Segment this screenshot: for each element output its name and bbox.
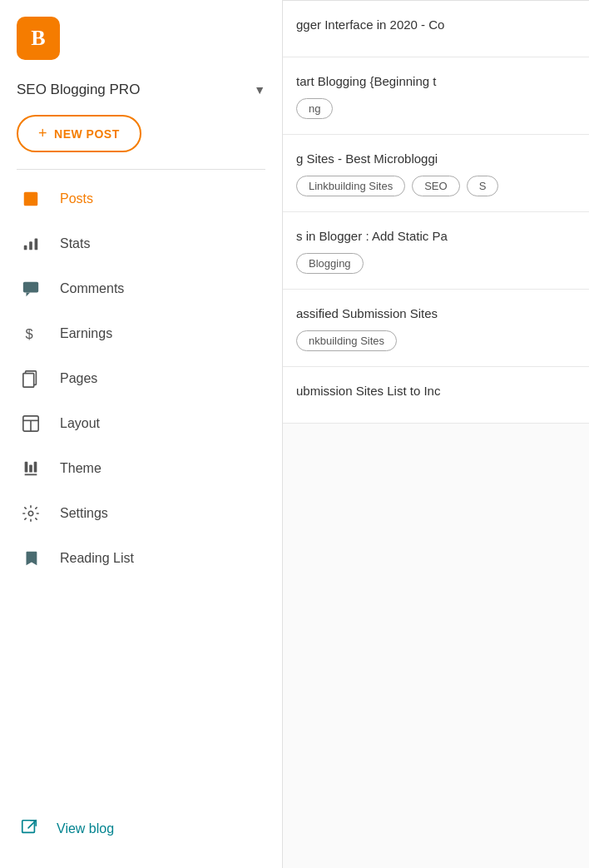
post-item[interactable]: ubmission Sites List to Inc bbox=[283, 367, 589, 424]
post-item[interactable]: s in Blogger : Add Static Pa Blogging bbox=[283, 212, 589, 290]
svg-rect-16 bbox=[29, 464, 32, 472]
sidebar-item-stats[interactable]: Stats bbox=[0, 221, 282, 266]
blog-name: SEO Blogging PRO bbox=[17, 82, 245, 98]
sidebar-item-theme[interactable]: Theme bbox=[0, 446, 282, 491]
layout-label: Layout bbox=[60, 416, 100, 431]
post-title: s in Blogger : Add Static Pa bbox=[296, 227, 576, 245]
sidebar-item-reading-list[interactable]: Reading List bbox=[0, 536, 282, 581]
theme-label: Theme bbox=[60, 461, 101, 476]
svg-rect-20 bbox=[22, 821, 35, 833]
pages-label: Pages bbox=[60, 371, 97, 386]
posts-icon bbox=[20, 188, 42, 210]
svg-rect-1 bbox=[27, 196, 34, 197]
svg-point-19 bbox=[28, 511, 33, 516]
reading-list-icon bbox=[20, 548, 42, 569]
layout-icon bbox=[20, 413, 42, 434]
sidebar-item-comments[interactable]: Comments bbox=[0, 266, 282, 311]
earnings-icon: $ bbox=[20, 323, 42, 345]
tag[interactable]: SEO bbox=[412, 176, 459, 196]
blogger-logo: B bbox=[17, 17, 60, 60]
svg-text:$: $ bbox=[26, 326, 33, 341]
svg-rect-6 bbox=[35, 239, 38, 250]
svg-rect-7 bbox=[23, 282, 38, 293]
stats-icon bbox=[20, 233, 42, 255]
post-item[interactable]: tart Blogging {Beginning t ng bbox=[283, 57, 589, 135]
sidebar-item-settings[interactable]: Settings bbox=[0, 491, 282, 536]
tag[interactable]: ng bbox=[296, 98, 333, 119]
new-post-button[interactable]: + NEW POST bbox=[17, 115, 141, 152]
svg-rect-15 bbox=[25, 462, 28, 473]
blog-selector[interactable]: SEO Blogging PRO ▼ bbox=[0, 68, 282, 107]
stats-label: Stats bbox=[60, 236, 90, 251]
post-tags: Blogging bbox=[296, 253, 576, 274]
post-item[interactable]: gger Interface in 2020 - Co bbox=[283, 1, 589, 57]
svg-rect-3 bbox=[27, 202, 32, 204]
post-tags: Linkbuilding Sites SEO S bbox=[296, 176, 576, 196]
posts-label: Posts bbox=[60, 191, 93, 206]
reading-list-label: Reading List bbox=[60, 551, 134, 566]
svg-rect-17 bbox=[34, 462, 37, 473]
view-blog-label: View blog bbox=[57, 821, 114, 836]
dropdown-arrow-icon[interactable]: ▼ bbox=[254, 83, 265, 97]
theme-icon bbox=[20, 458, 42, 479]
svg-rect-2 bbox=[27, 199, 34, 201]
settings-label: Settings bbox=[60, 506, 108, 521]
settings-icon bbox=[20, 503, 42, 524]
comments-icon bbox=[20, 278, 42, 300]
earnings-label: Earnings bbox=[60, 326, 112, 341]
tag[interactable]: Blogging bbox=[296, 253, 364, 274]
tag[interactable]: Linkbuilding Sites bbox=[296, 176, 405, 196]
sidebar-item-layout[interactable]: Layout bbox=[0, 401, 282, 446]
pages-icon bbox=[20, 368, 42, 389]
tag[interactable]: nkbuilding Sites bbox=[296, 330, 397, 351]
post-list: gger Interface in 2020 - Co tart Bloggin… bbox=[283, 1, 589, 424]
post-item[interactable]: g Sites - Best Microbloggi Linkbuilding … bbox=[283, 135, 589, 212]
sidebar-item-pages[interactable]: Pages bbox=[0, 356, 282, 401]
post-title: tart Blogging {Beginning t bbox=[296, 72, 576, 90]
sidebar-item-earnings[interactable]: $ Earnings bbox=[0, 311, 282, 356]
post-title: assified Submission Sites bbox=[296, 305, 576, 322]
post-tags: nkbuilding Sites bbox=[296, 330, 576, 351]
view-blog-item[interactable]: View blog bbox=[0, 806, 282, 851]
post-title: g Sites - Best Microbloggi bbox=[296, 150, 576, 167]
post-tags: ng bbox=[296, 98, 576, 119]
post-item[interactable]: assified Submission Sites nkbuilding Sit… bbox=[283, 290, 589, 367]
svg-rect-11 bbox=[23, 374, 34, 388]
sidebar-item-posts[interactable]: Posts bbox=[0, 176, 282, 221]
view-blog-icon bbox=[20, 818, 38, 840]
post-title: ubmission Sites List to Inc bbox=[296, 382, 576, 399]
post-title: gger Interface in 2020 - Co bbox=[296, 16, 576, 33]
svg-rect-5 bbox=[29, 241, 32, 250]
plus-icon: + bbox=[38, 125, 47, 142]
nav-list: Posts Stats Comments bbox=[0, 176, 282, 806]
svg-rect-4 bbox=[24, 246, 27, 250]
tag[interactable]: S bbox=[467, 176, 499, 196]
divider bbox=[17, 169, 265, 170]
sidebar-header: B bbox=[0, 0, 282, 68]
main-content: gger Interface in 2020 - Co tart Bloggin… bbox=[283, 0, 589, 868]
new-post-label: NEW POST bbox=[54, 127, 120, 141]
comments-label: Comments bbox=[60, 281, 124, 296]
sidebar: B SEO Blogging PRO ▼ + NEW POST Posts bbox=[0, 0, 283, 868]
svg-marker-8 bbox=[27, 293, 31, 297]
